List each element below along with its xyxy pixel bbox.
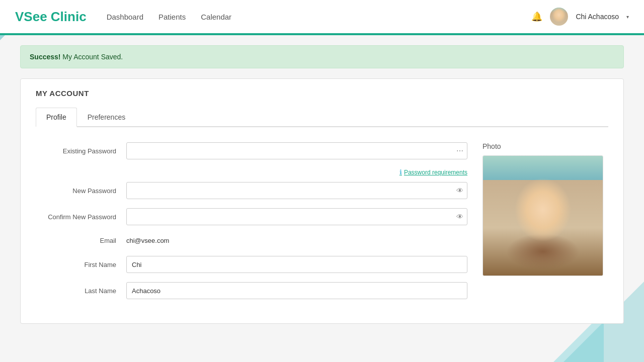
avatar [550,8,568,26]
account-tabs: Profile Preferences [36,108,608,127]
existing-password-input[interactable] [126,142,467,159]
new-password-label: New Password [36,187,126,195]
password-requirements-row: ℹ Password requirements [126,168,467,176]
new-password-wrap: 👁 [126,182,467,199]
first-name-row: First Name [36,256,467,273]
last-name-row: Last Name [36,282,467,299]
profile-photo [483,156,603,276]
email-row: Email chi@vsee.com [36,234,467,247]
main-nav: Dashboard Patients Calendar [107,13,532,21]
photo-section: Photo [482,142,608,308]
first-name-input[interactable] [126,256,467,273]
photo-box[interactable] [482,155,603,276]
last-name-label: Last Name [36,287,126,295]
notification-bell-icon[interactable]: 🔔 [531,11,542,22]
user-name[interactable]: Chi Achacoso [576,13,619,21]
nav-calendar[interactable]: Calendar [201,13,231,21]
app-logo: VSee Clinic [15,9,87,25]
password-requirements-link[interactable]: Password requirements [404,169,467,176]
tab-profile[interactable]: Profile [36,108,77,127]
success-message: My Account Saved. [60,53,123,61]
new-password-row: New Password 👁 [36,182,467,199]
last-name-wrap [126,282,467,299]
email-value: chi@vsee.com [126,234,169,247]
form-content: Existing Password ⋯ ℹ Password requireme… [36,142,608,308]
photo-label: Photo [482,142,608,150]
new-password-input[interactable] [126,182,467,199]
existing-password-wrap: ⋯ [126,142,467,159]
form-left: Existing Password ⋯ ℹ Password requireme… [36,142,467,308]
header-right: 🔔 Chi Achacoso ▾ [531,8,629,26]
email-label: Email [36,237,126,244]
first-name-wrap [126,256,467,273]
account-title: MY ACCOUNT [36,89,608,98]
account-card: MY ACCOUNT Profile Preferences Existing … [20,78,624,324]
header: VSee Clinic Dashboard Patients Calendar … [0,0,644,35]
new-password-toggle-icon[interactable]: 👁 [456,187,463,195]
user-dropdown-arrow[interactable]: ▾ [626,14,629,20]
confirm-password-toggle-icon[interactable]: 👁 [456,213,463,221]
confirm-password-row: Confirm New Password 👁 [36,208,467,225]
confirm-password-wrap: 👁 [126,208,467,225]
confirm-password-input[interactable] [126,208,467,225]
existing-password-toggle-icon[interactable]: ⋯ [456,147,463,155]
nav-patients[interactable]: Patients [158,13,186,21]
info-icon: ℹ [399,168,402,176]
existing-password-row: Existing Password ⋯ [36,142,467,159]
existing-password-label: Existing Password [36,147,126,155]
nav-dashboard[interactable]: Dashboard [107,13,143,21]
confirm-password-label: Confirm New Password [36,213,126,221]
tab-preferences[interactable]: Preferences [77,108,136,127]
first-name-label: First Name [36,261,126,268]
avatar-image [550,8,568,26]
main-content: Success! My Account Saved. MY ACCOUNT Pr… [0,35,644,334]
success-strong: Success! [30,53,60,61]
last-name-input[interactable] [126,282,467,299]
success-banner: Success! My Account Saved. [20,45,624,68]
